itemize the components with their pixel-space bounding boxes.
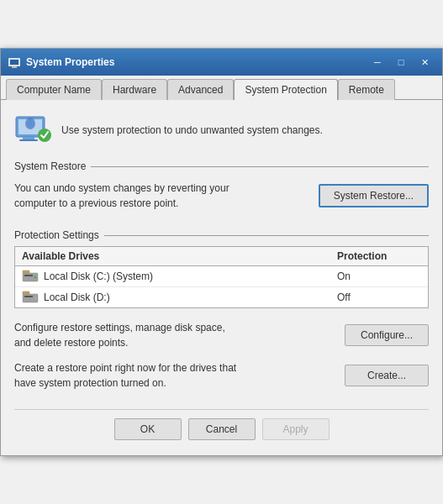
window-title: System Properties — [26, 56, 114, 68]
close-button[interactable]: ✕ — [414, 54, 435, 71]
drive-c-name: Local Disk (C:) (System) — [22, 270, 337, 283]
system-properties-window: System Properties ─ □ ✕ Computer Name Ha… — [0, 48, 443, 456]
configure-button[interactable]: Configure... — [345, 324, 429, 346]
col-drives-header: Available Drives — [22, 250, 337, 262]
protection-settings-title: Protection Settings — [14, 229, 429, 241]
cancel-button[interactable]: Cancel — [188, 418, 256, 440]
tab-computer-name[interactable]: Computer Name — [6, 79, 102, 100]
title-controls: ─ □ ✕ — [367, 54, 435, 71]
table-header: Available Drives Protection — [15, 247, 428, 266]
tab-hardware[interactable]: Hardware — [102, 79, 167, 100]
svg-rect-11 — [24, 275, 33, 276]
svg-rect-6 — [23, 137, 34, 139]
ok-button[interactable]: OK — [114, 418, 182, 440]
table-row[interactable]: Local Disk (D:) Off — [15, 287, 428, 307]
tab-advanced[interactable]: Advanced — [167, 79, 234, 100]
create-row: Create a restore point right now for the… — [14, 357, 429, 397]
tab-content: Use system protection to undo unwanted s… — [1, 100, 442, 455]
system-restore-button[interactable]: System Restore... — [319, 184, 429, 207]
svg-rect-1 — [10, 60, 18, 65]
drive-c-icon — [22, 270, 39, 283]
svg-point-16 — [34, 297, 37, 300]
col-protection-header: Protection — [337, 250, 421, 262]
system-restore-row: You can undo system changes by reverting… — [14, 177, 429, 218]
create-button[interactable]: Create... — [345, 365, 429, 386]
tab-remote[interactable]: Remote — [338, 79, 395, 100]
svg-rect-7 — [19, 139, 38, 141]
system-restore-title: System Restore — [14, 160, 429, 172]
svg-rect-15 — [24, 296, 33, 297]
apply-button[interactable]: Apply — [262, 418, 330, 440]
title-bar-left: System Properties — [8, 55, 114, 69]
system-restore-description: You can undo system changes by reverting… — [14, 181, 241, 211]
configure-text: Configure restore settings, manage disk … — [14, 320, 241, 350]
window-icon — [8, 55, 21, 69]
svg-point-12 — [34, 276, 37, 279]
minimize-button[interactable]: ─ — [367, 54, 388, 71]
maximize-button[interactable]: □ — [390, 54, 412, 71]
drive-d-name: Local Disk (D:) — [22, 291, 337, 304]
svg-rect-2 — [8, 65, 20, 66]
top-info-text: Use system protection to undo unwanted s… — [61, 124, 323, 136]
footer-buttons: OK Cancel Apply — [14, 409, 429, 445]
computer-shield-icon — [14, 112, 51, 149]
drive-c-protection: On — [337, 270, 421, 282]
configure-row: Configure restore settings, manage disk … — [14, 317, 429, 357]
top-info: Use system protection to undo unwanted s… — [14, 112, 429, 149]
drive-d-protection: Off — [337, 291, 421, 303]
tab-bar: Computer Name Hardware Advanced System P… — [1, 76, 442, 100]
table-row[interactable]: Local Disk (C:) (System) On — [15, 266, 428, 287]
svg-rect-17 — [23, 291, 29, 294]
protection-settings-section: Protection Settings Available Drives Pro… — [14, 229, 429, 397]
create-text: Create a restore point right now for the… — [14, 360, 241, 391]
tab-system-protection[interactable]: System Protection — [234, 79, 337, 100]
protection-table: Available Drives Protection Local Disk (… — [14, 246, 429, 308]
svg-rect-3 — [12, 66, 17, 68]
drive-d-icon — [22, 291, 39, 304]
system-restore-section: System Restore You can undo system chang… — [14, 160, 429, 218]
svg-rect-13 — [23, 270, 29, 273]
title-bar: System Properties ─ □ ✕ — [1, 49, 442, 76]
